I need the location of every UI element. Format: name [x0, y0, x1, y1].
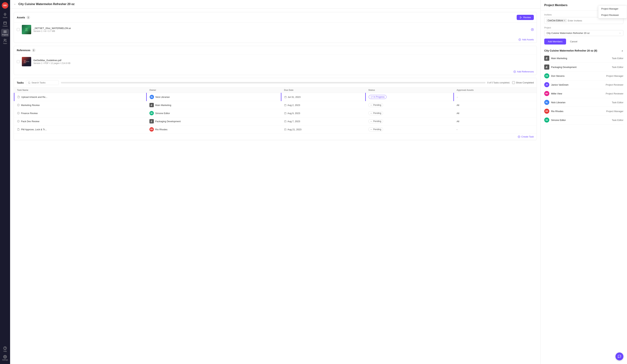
svg-rect-16	[285, 96, 286, 98]
project-select[interactable]: City Cuisine Watermelon Refresher 20 oz	[544, 30, 624, 36]
upload-button[interactable]	[531, 28, 534, 31]
cancel-button[interactable]: Cancel	[568, 39, 579, 45]
sidebar-item-help[interactable]: Help	[1, 345, 9, 353]
references-title: References 1	[17, 48, 36, 52]
status-cell: Pending	[366, 125, 454, 134]
asset-thumbnail: GETSETMAX	[22, 25, 31, 34]
avatar: RR	[544, 109, 549, 114]
due-date-cell: Aug 2, 2023	[281, 101, 366, 109]
table-row[interactable]: Finance Review SE Simone Editor	[14, 109, 537, 117]
svg-point-35	[371, 113, 371, 113]
member-row: MV Millie View Project Reviewer	[544, 89, 624, 98]
collapse-button[interactable]: ▲	[621, 49, 624, 52]
asset-checkbox[interactable]	[17, 28, 20, 31]
tasks-title: Tasks	[17, 81, 24, 84]
due-date-cell: Aug 9, 2023	[281, 109, 366, 117]
table-row[interactable]: Marketing Review Main Marketing	[14, 101, 537, 109]
approval-cell: -	[454, 125, 537, 134]
col-owner: Owner	[147, 88, 281, 93]
search-input[interactable]	[32, 81, 57, 84]
svg-point-56	[546, 57, 547, 58]
svg-point-4	[5, 357, 5, 357]
col-status: Status	[366, 88, 454, 93]
show-completed-checkbox[interactable]	[512, 81, 515, 84]
dots-icon	[370, 120, 372, 122]
add-members-button[interactable]: Add Members	[544, 39, 566, 45]
calendar-icon	[284, 120, 286, 123]
due-date-cell: Aug 21, 2023	[281, 125, 366, 134]
asset-file-item: GETSETMAX _GETSET_20oz_WATERMELON.ai Ver…	[14, 23, 537, 36]
dropdown-item-project-manager[interactable]: Project Manager	[598, 11, 627, 12]
approval-cell: All	[454, 109, 537, 117]
group-icon	[546, 57, 548, 59]
avatar: DS	[544, 73, 549, 78]
back-button[interactable]: ←	[14, 3, 16, 5]
member-info: JV Janice VanDown	[544, 82, 569, 87]
member-row: NL Nick Librarian Task Editor	[544, 98, 624, 107]
group-avatar	[150, 119, 154, 123]
add-assets-link[interactable]: Add Assets	[14, 36, 537, 43]
table-row[interactable]: Pack Dev Review Packaging Development	[14, 117, 537, 125]
task-search-box[interactable]	[26, 80, 59, 85]
invitees-form-group: Invitees CeeCee Editore × Project Manage…	[544, 13, 624, 24]
invitee-chip: CeeCee Editore ×	[546, 19, 567, 22]
svg-marker-5	[520, 16, 522, 18]
right-panel: Project Members Invitees CeeCee Editore …	[540, 0, 627, 364]
asset-file-name: _GETSET_20oz_WATERMELON.ai	[33, 27, 529, 30]
owner-cell: Packaging Development	[147, 117, 281, 125]
avatar: MV	[544, 91, 549, 96]
chip-remove-button[interactable]: ×	[564, 19, 565, 22]
member-role: Task Editor	[612, 119, 624, 121]
group-avatar	[544, 64, 549, 70]
member-name: Main Marketing	[551, 57, 567, 60]
svg-line-15	[30, 83, 30, 84]
sidebar-item-settings[interactable]: Settings	[1, 354, 9, 362]
add-references-link[interactable]: Add References	[14, 68, 537, 75]
tasks-table: Task Name Owner Due Date Status Approval…	[14, 88, 537, 140]
project-form-group: Project City Cuisine Watermelon Refreshe…	[544, 27, 624, 36]
avatar: SE	[150, 111, 154, 115]
member-name: Packaging Development	[551, 66, 576, 68]
sidebar-item-team[interactable]: Team	[1, 38, 9, 46]
table-body: Upload Artwork and Re... NL Nick Librari…	[14, 93, 537, 140]
task-name-cell: Upload Artwork and Re...	[14, 93, 147, 101]
invitees-text-input[interactable]	[568, 19, 622, 22]
sidebar-item-projects[interactable]: Projects	[1, 29, 9, 37]
due-date-cell: Aug 7, 2023	[281, 117, 366, 125]
assets-header: Assets 1 Review	[14, 12, 537, 23]
show-completed-label[interactable]: Show Completed	[512, 81, 534, 84]
members-section-header: City Cuisine Watermelon Refresher 20 oz …	[544, 47, 624, 54]
dropdown-item-project-reviewer[interactable]: Project Reviewer	[598, 12, 627, 18]
sidebar-item-assets[interactable]: Assets	[1, 20, 9, 28]
asset-file-meta: Version 1 • AI • 3.7 MB	[33, 30, 529, 32]
group-icon	[546, 66, 548, 68]
member-info: NL Nick Librarian	[544, 100, 565, 105]
due-date-cell: Jul 31, 2023	[281, 93, 366, 101]
owner-cell: SE Simone Editor	[147, 109, 281, 117]
col-due-date: Due Date	[281, 88, 366, 93]
members-section-title: City Cuisine Watermelon Refresher 20 oz …	[544, 49, 597, 52]
invitees-input-box[interactable]: CeeCee Editore × Project Manager Project…	[544, 17, 624, 24]
reference-file-item: GETSETMAXBRAND GetSetMax_Guidelines.pdf …	[14, 55, 537, 68]
doc-icon	[17, 96, 20, 98]
avatar: JV	[544, 82, 549, 87]
table-row[interactable]: Upload Artwork and Re... NL Nick Librari…	[14, 93, 537, 101]
doc-icon	[17, 128, 20, 131]
reference-checkbox[interactable]	[17, 60, 20, 63]
create-task-button[interactable]: Create Task	[17, 135, 534, 138]
chat-bubble[interactable]	[616, 353, 624, 361]
sidebar-item-home[interactable]: Home	[1, 11, 9, 19]
user-avatar: RR	[2, 2, 8, 9]
approval-cell: All	[454, 117, 537, 125]
dots-icon	[370, 104, 372, 106]
table-row[interactable]: PM Approve, Lock & Tr... RR Rio Rhodes	[14, 125, 537, 134]
member-row: Main Marketing Task Editor	[544, 54, 624, 63]
status-badge: Pending	[368, 119, 383, 123]
svg-point-38	[151, 121, 152, 121]
review-button[interactable]: Review	[517, 15, 534, 20]
member-row: Packaging Development Task Editor	[544, 63, 624, 72]
avatar: SE	[544, 118, 549, 123]
group-avatar	[150, 103, 154, 107]
svg-point-51	[371, 129, 371, 130]
owner-cell: Main Marketing	[147, 101, 281, 109]
